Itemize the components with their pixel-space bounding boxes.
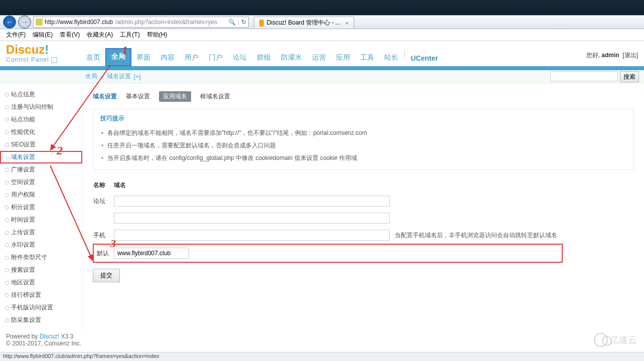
greeting: 您好, admin [退出] [586,51,638,60]
footer: Powered by Discuz! X3.3 © 2001-2017, Com… [0,331,644,352]
nav-portal[interactable]: 门户 [204,50,228,66]
refresh-icon[interactable]: ↻ [241,19,246,26]
logo[interactable]: Discuz! Control Panel⌂ [6,44,81,66]
subtab-domain[interactable]: 域名设置 [93,92,117,101]
menu-edit[interactable]: 编辑(E) [30,30,56,40]
nav-user[interactable]: 用户 [180,50,204,66]
menu-help[interactable]: 帮助(H) [144,30,171,40]
sidebar: 站点信息 注册与访问控制 站点功能 性能优化 SEO设置 域名设置 广播设置 空… [0,83,83,331]
row-label-blank [93,210,114,227]
sidebar-item-mobile[interactable]: 手机版访问设置 [0,301,82,314]
sub-tabs: 域名设置 基本设置 应用域名 根域名设置 [93,91,634,102]
sidebar-item-register[interactable]: 注册与访问控制 [0,101,82,113]
nav-forum[interactable]: 论坛 [228,50,252,66]
tip-line: 各自绑定的域名不能相同，域名不需要添加"http://"，也不要以"/"结尾，例… [100,127,626,139]
header-search-input[interactable] [550,71,618,81]
os-titlebar [0,0,644,15]
page-icon [36,19,43,26]
sidebar-item-sitefunc[interactable]: 站点功能 [0,113,82,126]
header-search-button[interactable]: 搜索 [620,71,639,82]
address-bar[interactable]: http://www.flybird007.club/admin.php?act… [33,17,249,28]
domain-form: 名称 域名 论坛 手机 当配置手机域名后，非手机浏览器访问会自动跳转至默认域名 … [93,178,563,263]
row-label-mobile: 手机 [93,227,114,244]
input-default-domain[interactable] [114,248,189,259]
tip-line: 当开启多域名时，请在 config/config_global.php 中修改 … [100,152,626,164]
sidebar-item-space[interactable]: 空间设置 [0,176,82,189]
content-area: 域名设置 基本设置 应用域名 根域名设置 技巧提示 各自绑定的域名不能相同，域名… [83,83,644,331]
logout-link[interactable]: [退出] [622,52,638,59]
menu-favorites[interactable]: 收藏夹(A) [84,30,116,40]
sidebar-item-domain[interactable]: 域名设置 [0,151,82,163]
nav-founder[interactable]: 站长 [379,50,403,66]
status-bar: http://www.flybird007.club/admin.php?fra… [0,352,644,361]
tips-box: 技巧提示 各自绑定的域名不能相同，域名不需要添加"http://"，也不要以"/… [93,109,634,170]
sidebar-item-district[interactable]: 地区设置 [0,276,82,289]
nav-divider [404,50,405,58]
col-name: 名称 [93,178,114,193]
crumb-current[interactable]: 域名设置 [107,72,131,81]
footer-link[interactable]: Discuz! [40,333,59,340]
sidebar-item-upload[interactable]: 上传设置 [0,226,82,239]
subtab-rootdomain[interactable]: 根域名设置 [200,92,230,101]
nav-group[interactable]: 群组 [252,50,276,66]
input-blank-domain[interactable] [114,213,390,224]
sidebar-item-attach[interactable]: 附件类型尺寸 [0,251,82,264]
tip-line: 任意开启一项域名，需要配置默认域名，否则会造成多入口问题 [100,139,626,152]
crumb-add-icon[interactable]: [+] [134,73,141,80]
current-user: admin [601,52,619,59]
subtab-basic[interactable]: 基本设置 [126,92,150,101]
breadcrumb: 全局 » 域名设置 [+] 搜索 [0,70,644,83]
menu-tools[interactable]: 工具(T) [117,30,142,40]
row-label-forum: 论坛 [93,193,114,210]
favicon [259,20,264,27]
nav-content[interactable]: 内容 [155,50,180,66]
mobile-note: 当配置手机域名后，非手机浏览器访问会自动跳转至默认域名 [395,227,562,244]
sidebar-item-broadcast[interactable]: 广播设置 [0,163,82,176]
sidebar-item-watermark[interactable]: 水印设置 [0,239,82,251]
sidebar-item-search[interactable]: 搜索设置 [0,264,82,276]
back-button[interactable]: ← [3,16,16,29]
browser-menu-bar: 文件(F) 编辑(E) 查看(V) 收藏夹(A) 工具(T) 帮助(H) [0,29,644,41]
crumb-sep: » [100,73,104,80]
top-nav: 首页 全局 界面 内容 用户 门户 论坛 群组 防灌水 运营 应用 工具 站长 … [81,41,443,66]
col-domain: 域名 [114,178,395,193]
tab-title: Discuz! Board 管理中心 - ... [267,19,341,27]
sidebar-item-perf[interactable]: 性能优化 [0,126,82,138]
nav-operate[interactable]: 运营 [307,50,331,66]
sidebar-item-siteinfo[interactable]: 站点信息 [0,88,82,101]
sidebar-item-userpriv[interactable]: 用户权限 [0,189,82,201]
input-forum-domain[interactable] [114,196,390,207]
home-icon: ⌂ [51,57,57,63]
url-path: /admin.php?action=index&frames=yes [115,19,217,26]
submit-button[interactable]: 提交 [93,269,120,282]
sidebar-item-rank[interactable]: 排行榜设置 [0,289,82,301]
row-label-default: 默认 [93,244,114,262]
nav-antispam[interactable]: 防灌水 [276,50,307,66]
nav-tools[interactable]: 工具 [355,50,379,66]
sidebar-item-anticrawl[interactable]: 防采集设置 [0,314,82,326]
nav-global[interactable]: 全局 [105,48,131,66]
crumb-root[interactable]: 全局 [85,72,97,81]
nav-home[interactable]: 首页 [81,50,105,66]
input-mobile-domain[interactable] [114,230,390,241]
tips-title: 技巧提示 [100,114,626,123]
sidebar-item-credits[interactable]: 积分设置 [0,201,82,214]
copyright: © 2001-2017, Comsenz Inc. [6,340,638,347]
nav-app[interactable]: 应用 [331,50,355,66]
app-header: Discuz! Control Panel⌂ 首页 全局 界面 内容 用户 门户… [0,41,644,70]
menu-view[interactable]: 查看(V) [57,30,83,40]
forward-button[interactable]: → [18,16,31,29]
menu-file[interactable]: 文件(F) [3,30,29,40]
browser-tab[interactable]: Discuz! Board 管理中心 - ... × [254,17,354,29]
search-icon[interactable]: 🔍 [228,19,236,26]
browser-nav-row: ← → http://www.flybird007.club/admin.php… [0,15,644,29]
url-host: http://www.flybird007.club [45,19,113,26]
sidebar-item-seo[interactable]: SEO设置 [0,138,82,151]
nav-ucenter[interactable]: UCenter [406,51,443,66]
subtab-appdomain[interactable]: 应用域名 [159,91,191,102]
sidebar-item-time[interactable]: 时间设置 [0,214,82,226]
tab-close-icon[interactable]: × [346,20,349,26]
nav-interface[interactable]: 界面 [131,50,155,66]
